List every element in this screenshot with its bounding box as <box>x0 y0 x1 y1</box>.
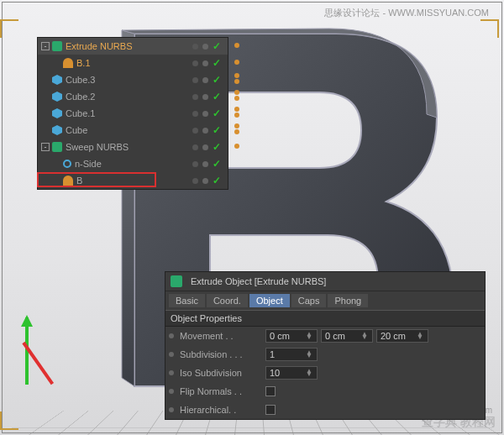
visibility-dot[interactable] <box>192 94 198 100</box>
attribute-manager-panel[interactable]: Extrude Object [Extrude NURBS] BasicCoor… <box>165 271 486 420</box>
spline-icon <box>63 58 73 68</box>
visibility-dot[interactable] <box>192 77 198 83</box>
visibility-dot[interactable] <box>192 128 198 134</box>
check-icon[interactable]: ✓ <box>213 107 221 119</box>
cube-icon <box>52 125 62 135</box>
check-icon[interactable]: ✓ <box>213 40 221 52</box>
object-manager-panel[interactable]: -Extrude NURBS✓B.1✓Cube.3✓Cube.2✓Cube.1✓… <box>37 37 228 190</box>
visibility-dot[interactable] <box>192 178 198 184</box>
layer-dot[interactable] <box>234 113 239 118</box>
extrude-icon <box>171 275 182 287</box>
render-dot[interactable] <box>202 111 208 117</box>
check-icon[interactable]: ✓ <box>213 158 221 170</box>
tree-row-cube-3[interactable]: Cube.3✓ <box>38 71 228 88</box>
iso-subdivision-input[interactable]: 10▲▼ <box>265 366 318 380</box>
layer-dot[interactable] <box>234 123 239 128</box>
tab-phong[interactable]: Phong <box>328 294 368 307</box>
render-dot[interactable] <box>202 60 208 66</box>
circle-icon <box>63 160 71 168</box>
tree-row-cube[interactable]: Cube✓ <box>38 122 228 139</box>
prop-subdivision: Subdivision . . . 1▲▼ <box>165 345 485 364</box>
layer-dot[interactable] <box>234 90 239 95</box>
check-icon[interactable]: ✓ <box>213 175 221 186</box>
layer-dot[interactable] <box>234 73 239 78</box>
extrude-icon <box>52 41 62 51</box>
render-dot[interactable] <box>202 178 208 184</box>
visibility-dot[interactable] <box>192 111 198 117</box>
tab-coord[interactable]: Coord. <box>207 294 248 307</box>
render-dot[interactable] <box>202 161 208 167</box>
expand-toggle[interactable]: - <box>41 143 50 151</box>
check-icon[interactable]: ✓ <box>213 141 221 153</box>
visibility-dot[interactable] <box>192 44 198 50</box>
layer-dot[interactable] <box>234 107 239 112</box>
cube-icon <box>52 75 62 85</box>
prop-movement: Movement . . 0 cm▲▼ 0 cm▲▼ 20 cm▲▼ <box>165 327 485 345</box>
check-icon[interactable]: ✓ <box>213 124 221 136</box>
movement-z-input[interactable]: 20 cm▲▼ <box>376 329 428 343</box>
movement-x-input[interactable]: 0 cm▲▼ <box>265 329 318 343</box>
tab-caps[interactable]: Caps <box>291 294 327 307</box>
layer-dot[interactable] <box>234 43 239 48</box>
tree-row-sweep-nurbs[interactable]: -Sweep NURBS✓ <box>38 139 228 155</box>
visibility-dot[interactable] <box>192 161 198 167</box>
section-header: Object Properties <box>165 310 485 327</box>
spline-icon <box>63 176 73 186</box>
prop-flip-normals: Flip Normals . . <box>165 382 485 401</box>
visibility-dot[interactable] <box>192 60 198 66</box>
movement-y-input[interactable]: 0 cm▲▼ <box>321 329 373 343</box>
tree-row-cube-2[interactable]: Cube.2✓ <box>38 88 228 105</box>
extrude-icon <box>52 142 62 152</box>
check-icon[interactable]: ✓ <box>213 57 221 69</box>
cube-icon <box>52 92 62 102</box>
attribute-title: Extrude Object [Extrude NURBS] <box>191 276 326 286</box>
tree-row-b[interactable]: B✓ <box>38 172 228 189</box>
render-dot[interactable] <box>202 94 208 100</box>
render-dot[interactable] <box>202 144 208 150</box>
check-icon[interactable]: ✓ <box>213 91 221 102</box>
tab-object[interactable]: Object <box>249 294 290 307</box>
watermark-top: 思缘设计论坛 - WWW.MISSYUAN.COM <box>324 7 489 19</box>
tab-basic[interactable]: Basic <box>169 294 205 307</box>
tree-row-extrude-nurbs[interactable]: -Extrude NURBS✓ <box>38 38 228 55</box>
check-icon[interactable]: ✓ <box>213 74 221 86</box>
attribute-tabs: BasicCoord.ObjectCapsPhong <box>165 291 485 310</box>
layer-dot[interactable] <box>234 144 239 149</box>
hierarchical-checkbox[interactable] <box>265 405 276 415</box>
tree-row-cube-1[interactable]: Cube.1✓ <box>38 105 228 122</box>
subdivision-input[interactable]: 1▲▼ <box>265 348 318 361</box>
tree-row-b-1[interactable]: B.1✓ <box>38 55 228 71</box>
layer-dot[interactable] <box>234 60 239 65</box>
layer-dot[interactable] <box>234 96 239 101</box>
render-dot[interactable] <box>202 77 208 83</box>
flip-normals-checkbox[interactable] <box>265 386 276 396</box>
render-dot[interactable] <box>202 44 208 50</box>
layer-dot[interactable] <box>234 79 239 84</box>
cube-icon <box>52 108 62 118</box>
prop-hierarchical: Hierarchical. . <box>165 401 485 419</box>
layer-dot[interactable] <box>234 129 239 134</box>
expand-toggle[interactable]: - <box>41 42 50 50</box>
prop-iso-subdivision: Iso Subdivision 10▲▼ <box>165 364 485 382</box>
visibility-dot[interactable] <box>192 144 198 150</box>
tree-row-n-side[interactable]: n-Side✓ <box>38 155 228 172</box>
render-dot[interactable] <box>202 128 208 134</box>
